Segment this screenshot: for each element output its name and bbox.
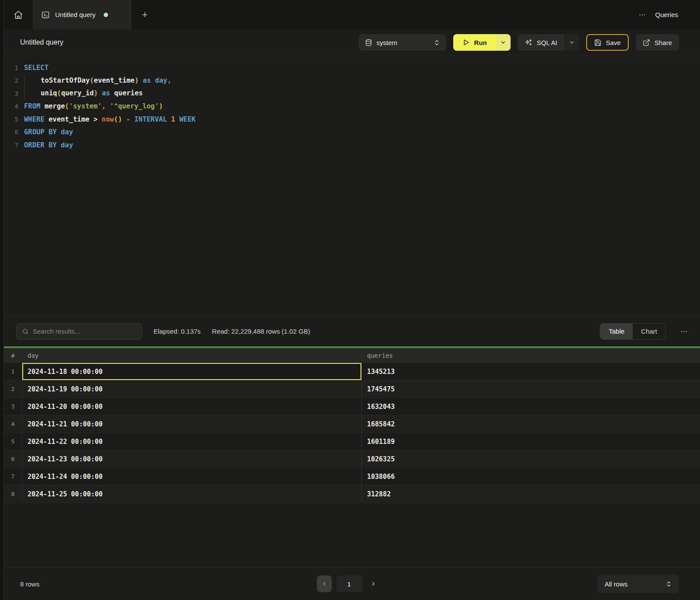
save-icon	[594, 39, 602, 46]
run-button-label: Run	[474, 39, 487, 46]
rows-per-page-select[interactable]: All rows	[598, 575, 679, 593]
tab-untitled-query[interactable]: Untitled query	[33, 0, 131, 29]
code-line: 6GROUP BY day	[4, 126, 700, 139]
code-line: 4FROM merge('system', '^query_log')	[4, 100, 700, 113]
cell-day[interactable]: 2024-11-24 00:00:00	[22, 468, 362, 485]
code-line: 1SELECT	[4, 61, 700, 74]
row-number: 6	[4, 450, 22, 467]
cell-queries[interactable]: 1601189	[362, 433, 700, 450]
new-tab-button[interactable]: +	[131, 0, 158, 29]
row-number: 5	[4, 433, 22, 450]
table-empty-area	[4, 503, 700, 567]
database-icon	[365, 39, 372, 46]
current-page-button[interactable]: 1	[336, 576, 362, 592]
row-number: 7	[4, 468, 22, 485]
line-number: 6	[4, 129, 24, 136]
table-body: 12024-11-18 00:00:00134521322024-11-19 0…	[4, 363, 700, 503]
code-line: 5WHERE event_time > now() - INTERVAL 1 W…	[4, 113, 700, 126]
next-page-button[interactable]	[367, 576, 380, 592]
tab-bar: Untitled query + Queries	[4, 0, 700, 29]
sql-ai-label: SQL AI	[537, 39, 557, 46]
status-bar: 8 rows 1 All rows	[4, 567, 700, 600]
sql-ai-button-group: SQL AI	[518, 34, 579, 51]
more-options-icon[interactable]	[638, 11, 646, 19]
home-icon	[14, 10, 23, 20]
chevron-right-icon	[370, 581, 376, 587]
view-toggle: Table Chart	[600, 323, 666, 340]
table-row[interactable]: 52024-11-22 00:00:001601189	[4, 433, 700, 450]
cell-queries[interactable]: 1038066	[362, 468, 700, 485]
previous-page-button[interactable]	[317, 576, 332, 592]
cell-queries[interactable]: 1745475	[362, 380, 700, 398]
cell-queries[interactable]: 1026325	[362, 450, 700, 467]
results-toolbar: Elapsed: 0.137s Read: 22,229,488 rows (1…	[4, 316, 700, 346]
results-more-options-icon[interactable]	[680, 328, 688, 335]
sql-editor[interactable]: 1SELECT2toStartOfDay(event_time) as day,…	[4, 56, 700, 316]
search-results-input[interactable]	[33, 328, 136, 335]
column-header-index: #	[4, 352, 22, 359]
sparkles-icon	[525, 38, 532, 46]
chevron-down-icon	[569, 39, 575, 45]
table-header-row: # day queries	[4, 348, 700, 363]
share-button[interactable]: Share	[636, 34, 679, 51]
unsaved-dot-icon	[104, 13, 108, 17]
cell-queries[interactable]: 1685842	[362, 415, 700, 433]
cell-day[interactable]: 2024-11-19 00:00:00	[22, 380, 362, 398]
elapsed-stat: Elapsed: 0.137s	[154, 328, 201, 335]
cell-queries[interactable]: 1632043	[362, 398, 700, 415]
chevron-up-down-icon	[434, 39, 440, 46]
database-select-value: system	[377, 39, 398, 46]
column-header-day[interactable]: day	[22, 352, 362, 359]
table-row[interactable]: 42024-11-21 00:00:001685842	[4, 415, 700, 433]
sql-ai-dropdown-button[interactable]	[564, 34, 579, 51]
read-stat: Read: 22,229,488 rows (1.02 GB)	[212, 328, 310, 335]
table-row[interactable]: 22024-11-19 00:00:001745475	[4, 380, 700, 398]
tab-chart-view[interactable]: Chart	[633, 324, 665, 339]
table-row[interactable]: 82024-11-25 00:00:00312882	[4, 485, 700, 503]
table-row[interactable]: 12024-11-18 00:00:001345213	[4, 363, 700, 380]
row-number: 3	[4, 398, 22, 415]
table-row[interactable]: 32024-11-20 00:00:001632043	[4, 398, 700, 415]
rows-per-page-value: All rows	[605, 580, 628, 588]
cell-queries[interactable]: 312882	[362, 485, 700, 502]
row-number: 4	[4, 415, 22, 433]
play-icon	[462, 38, 470, 46]
cell-day[interactable]: 2024-11-18 00:00:00	[22, 363, 362, 380]
cell-day[interactable]: 2024-11-20 00:00:00	[22, 398, 362, 415]
tab-table-view[interactable]: Table	[600, 324, 633, 339]
row-number: 8	[4, 485, 22, 502]
share-icon	[643, 39, 650, 46]
run-dropdown-button[interactable]	[496, 34, 511, 51]
query-title: Untitled query	[20, 38, 63, 46]
table-row[interactable]: 72024-11-24 00:00:001038066	[4, 468, 700, 485]
cell-day[interactable]: 2024-11-25 00:00:00	[22, 485, 362, 502]
home-button[interactable]	[4, 0, 33, 29]
code-line: 7ORDER BY day	[4, 139, 700, 152]
column-header-queries[interactable]: queries	[362, 352, 700, 359]
line-number: 5	[4, 116, 24, 123]
line-number: 3	[4, 90, 24, 97]
run-button-group: Run	[453, 34, 511, 51]
save-button[interactable]: Save	[586, 34, 629, 51]
left-rail	[0, 0, 4, 600]
run-button[interactable]: Run	[453, 34, 496, 51]
share-button-label: Share	[654, 39, 672, 46]
line-number: 7	[4, 142, 24, 149]
sql-ai-button[interactable]: SQL AI	[518, 34, 564, 51]
database-select[interactable]: system	[359, 34, 446, 51]
queries-link[interactable]: Queries	[655, 11, 678, 18]
tab-label: Untitled query	[55, 11, 96, 18]
cell-day[interactable]: 2024-11-21 00:00:00	[22, 415, 362, 433]
terminal-icon	[41, 10, 50, 19]
cell-day[interactable]: 2024-11-23 00:00:00	[22, 450, 362, 467]
line-number: 1	[4, 64, 24, 71]
row-number: 1	[4, 363, 22, 380]
results-table: # day queries 12024-11-18 00:00:00134521…	[4, 348, 700, 567]
chevron-down-icon	[500, 39, 506, 45]
save-button-label: Save	[606, 39, 621, 46]
pagination: 1	[317, 576, 380, 592]
cell-queries[interactable]: 1345213	[362, 363, 700, 380]
table-row[interactable]: 62024-11-23 00:00:001026325	[4, 450, 700, 468]
row-count: 8 rows	[20, 580, 39, 588]
cell-day[interactable]: 2024-11-22 00:00:00	[22, 433, 362, 450]
